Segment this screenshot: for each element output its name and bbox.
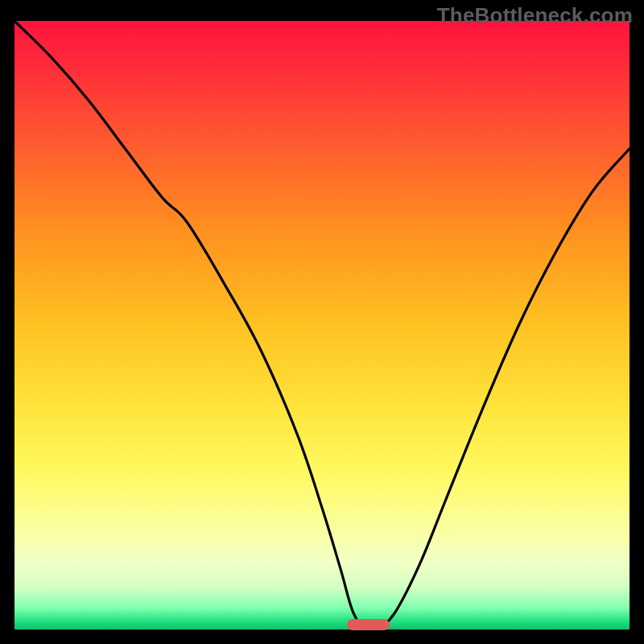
optimal-marker <box>347 619 390 630</box>
plot-area <box>14 21 630 630</box>
bottleneck-curve <box>14 21 630 630</box>
watermark-text: TheBottleneck.com <box>437 3 633 28</box>
chart-frame: TheBottleneck.com <box>0 0 644 644</box>
